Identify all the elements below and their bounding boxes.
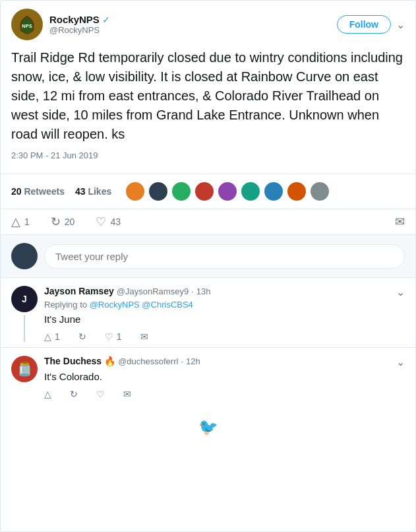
- mail-action[interactable]: ✉: [395, 215, 405, 229]
- reply-avatar-1: J: [11, 286, 38, 312]
- avatar: NPS: [11, 9, 43, 40]
- reply-time-1: 13h: [196, 286, 211, 296]
- reply2-retweet-icon: ↻: [70, 389, 78, 399]
- reply-left: J: [11, 286, 38, 342]
- user-info: RockyNPS ✓ @RockyNPS: [49, 14, 337, 35]
- reply2-heart-icon: ♡: [96, 389, 105, 399]
- liker-avatar: [286, 181, 307, 202]
- reply-time-2: 12h: [186, 356, 200, 366]
- retweet-icon: ↻: [51, 215, 61, 229]
- follow-area: Follow ⌄: [337, 15, 405, 34]
- reply-tweet-1: J Jayson Ramsey @JaysonRamsey9 · 13h ⌄ R…: [1, 278, 415, 348]
- likers-avatars: [125, 181, 330, 202]
- user-name[interactable]: RockyNPS: [49, 14, 100, 25]
- current-user-avatar: [11, 243, 38, 269]
- liker-avatar: [309, 181, 330, 202]
- mail-icon: ✉: [395, 215, 405, 229]
- reply-text-1: It's June: [44, 312, 405, 326]
- replying-to-link-2[interactable]: @ChrisCBS4: [142, 300, 193, 310]
- reply-mail-icon: ✉: [140, 331, 148, 342]
- reply-user-info-2: The Duchess 🔥 @duchessoferrl · 12h: [44, 356, 200, 366]
- reply-action[interactable]: △ 1: [11, 215, 30, 229]
- reply-actions-2: △ ↻ ♡ ✉: [44, 389, 405, 399]
- retweets-stat[interactable]: 20 Retweets: [11, 186, 65, 197]
- tweet-header: NPS RockyNPS ✓ @RockyNPS Follow ⌄: [1, 1, 415, 46]
- reply-chevron-icon-2[interactable]: ⌄: [396, 356, 405, 368]
- liker-avatar: [240, 181, 261, 202]
- reply-username-1[interactable]: Jayson Ramsey: [44, 286, 114, 296]
- reply-reply-action[interactable]: △ 1: [44, 331, 60, 342]
- reply-like-action[interactable]: ♡ 1: [105, 331, 122, 342]
- likes-count: 43: [75, 186, 86, 197]
- reply-handle-1[interactable]: @JaysonRamsey9: [117, 286, 189, 296]
- tweet-card: NPS RockyNPS ✓ @RockyNPS Follow ⌄ Trail …: [0, 0, 416, 532]
- like-count: 43: [110, 216, 121, 227]
- chevron-down-icon[interactable]: ⌄: [396, 18, 405, 31]
- liker-avatar: [217, 181, 238, 202]
- reply-handle-2[interactable]: @duchessoferrl: [118, 356, 178, 366]
- retweet-action[interactable]: ↻ 20: [51, 215, 75, 229]
- twitter-bird-icon: 🐦: [198, 418, 218, 436]
- retweet-count: 20: [65, 216, 75, 227]
- likes-label: Likes: [88, 186, 111, 197]
- liker-avatar: [125, 181, 146, 202]
- reply-content-2: The Duchess 🔥 @duchessoferrl · 12h ⌄ It'…: [44, 356, 405, 399]
- reply-chevron-icon-1[interactable]: ⌄: [396, 286, 405, 298]
- reply-retweet-icon: ↻: [78, 331, 86, 342]
- reply-avatar-2: 🫙: [11, 356, 38, 382]
- reply-header-2: The Duchess 🔥 @duchessoferrl · 12h ⌄: [44, 356, 405, 368]
- reply2-mail-icon: ✉: [123, 389, 131, 399]
- reply2-retweet-action[interactable]: ↻: [70, 389, 78, 399]
- user-handle[interactable]: @RockyNPS: [49, 25, 337, 35]
- reply-user-info-1: Jayson Ramsey @JaysonRamsey9 · 13h: [44, 286, 210, 296]
- heart-icon: ♡: [96, 215, 106, 229]
- retweets-label: Retweets: [24, 186, 64, 197]
- reply2-reply-icon: △: [44, 389, 51, 399]
- reply-like-count: 1: [117, 331, 122, 342]
- reply-reply-icon: △: [44, 331, 51, 342]
- tweet-text: Trail Ridge Rd temporarily closed due to…: [11, 48, 405, 144]
- liker-avatar: [263, 181, 284, 202]
- likes-stat[interactable]: 43 Likes: [75, 186, 111, 197]
- reply-mail-action[interactable]: ✉: [140, 331, 148, 342]
- reply-tweet-2: 🫙 The Duchess 🔥 @duchessoferrl · 12h ⌄ I…: [1, 348, 415, 405]
- stats-row: 20 Retweets 43 Likes: [1, 174, 415, 209]
- reply-icon: △: [11, 215, 20, 229]
- reply-text-2: It's Colorado.: [44, 370, 405, 383]
- action-row: △ 1 ↻ 20 ♡ 43 ✉: [1, 209, 415, 235]
- replying-to-link-1[interactable]: @RockyNPS: [90, 300, 142, 310]
- reply2-like-action[interactable]: ♡: [96, 389, 105, 399]
- follow-button[interactable]: Follow: [337, 15, 391, 34]
- reply2-mail-action[interactable]: ✉: [123, 389, 131, 399]
- reply-header-1: Jayson Ramsey @JaysonRamsey9 · 13h ⌄: [44, 286, 405, 298]
- verified-icon: ✓: [102, 15, 110, 25]
- reply-box-area: [1, 235, 415, 278]
- liker-avatar: [194, 181, 215, 202]
- reply-dot-2: ·: [181, 356, 183, 366]
- reply-dot-1: ·: [191, 286, 194, 296]
- tweet-footer: 🐦: [1, 405, 415, 449]
- tweet-time: 2:30 PM - 21 Jun 2019: [11, 150, 405, 160]
- reply-reply-count: 1: [55, 331, 60, 342]
- reply-retweet-action[interactable]: ↻: [78, 331, 86, 342]
- tweet-body: Trail Ridge Rd temporarily closed due to…: [1, 46, 415, 174]
- reply-input[interactable]: [44, 244, 405, 269]
- like-action[interactable]: ♡ 43: [96, 215, 121, 229]
- retweets-count: 20: [11, 186, 22, 197]
- liker-avatar: [148, 181, 169, 202]
- reply-username-2[interactable]: The Duchess: [44, 356, 102, 366]
- reply2-reply-action[interactable]: △: [44, 389, 51, 399]
- reply-count: 1: [24, 216, 30, 227]
- thread-line: [24, 315, 25, 342]
- liker-avatar: [171, 181, 192, 202]
- replying-to-1: Replying to @RockyNPS @ChrisCBS4: [44, 300, 405, 310]
- reply-left-2: 🫙: [11, 356, 38, 399]
- reply-heart-icon: ♡: [105, 331, 113, 342]
- svg-text:NPS: NPS: [22, 23, 32, 29]
- reply-content-1: Jayson Ramsey @JaysonRamsey9 · 13h ⌄ Rep…: [44, 286, 405, 342]
- fire-icon: 🔥: [104, 356, 115, 366]
- stats-text: 20 Retweets 43 Likes: [11, 186, 111, 197]
- reply-actions-1: △ 1 ↻ ♡ 1 ✉: [44, 331, 405, 342]
